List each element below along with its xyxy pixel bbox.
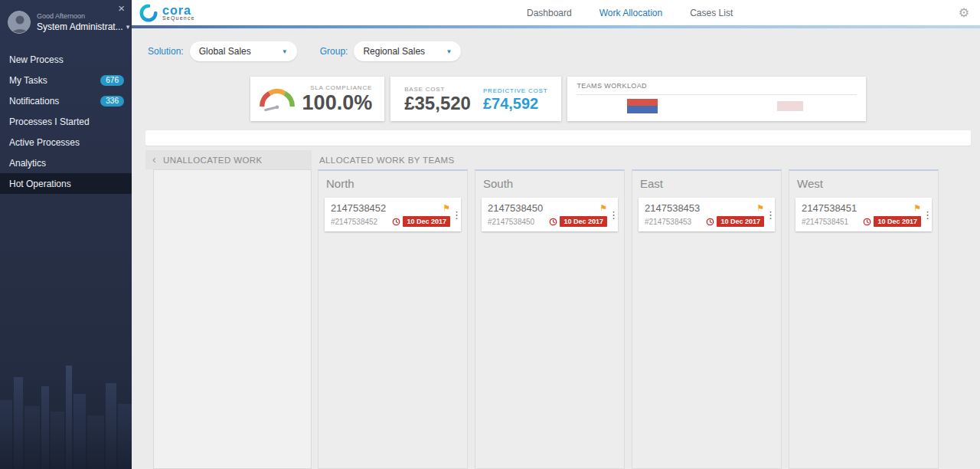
kebab-menu-icon[interactable]: ⋮ — [923, 209, 930, 221]
work-card[interactable]: ⋮ 2147538450 ⚑ #2147538450 10 Dec 2017 — [482, 198, 618, 231]
count-badge: 676 — [100, 75, 124, 86]
unallocated-work-header: ‹ UNALLOCATED WORK — [145, 150, 312, 169]
collapse-chevron-icon[interactable]: ‹ — [152, 154, 156, 165]
case-id: #2147538453 — [645, 218, 706, 226]
caret-down-icon: ▼ — [282, 48, 288, 55]
case-title: 2147538453 — [645, 202, 756, 214]
clock-icon — [392, 218, 400, 226]
team-column-south: South ⋮ 2147538450 ⚑ #2147538450 — [475, 169, 625, 469]
gauge-icon — [256, 84, 298, 113]
solution-dropdown-value: Global Sales — [199, 46, 251, 57]
case-id: #2147538452 — [331, 218, 392, 226]
work-card[interactable]: ⋮ 2147538452 ⚑ #2147538452 10 Dec 2017 — [325, 198, 461, 231]
caret-down-icon: ▼ — [446, 48, 452, 55]
sidebar-item-new-process[interactable]: New Process — [0, 49, 132, 70]
team-column-north: North ⋮ 2147538452 ⚑ #2147538452 — [318, 169, 468, 469]
sla-label: SLA COMPLIANCE — [302, 84, 373, 91]
group-filter: Group: Regional Sales ▼ — [320, 41, 462, 61]
top-nav: Dashboard Work Allocation Cases List — [527, 0, 733, 25]
content: Solution: Global Sales ▼ Group: Regional… — [132, 28, 980, 469]
main-area: cora SeQuence Dashboard Work Allocation … — [132, 0, 980, 469]
sla-kpi: SLA COMPLIANCE 100.0% — [302, 84, 373, 113]
user-text: Good Afternoon System Administrat... ▾ — [37, 12, 129, 32]
case-id: #2147538451 — [802, 218, 863, 226]
team-columns: North ⋮ 2147538452 ⚑ #2147538452 — [318, 169, 939, 469]
unallocated-work-panel: ‹ UNALLOCATED WORK — [145, 150, 312, 469]
sidebar-item-label: My Tasks — [9, 75, 47, 86]
sidebar-item-my-tasks[interactable]: My Tasks 676 — [0, 70, 132, 90]
predictive-cost-label: PREDICTIVE COST — [483, 87, 547, 94]
sidebar-item-hot-operations[interactable]: Hot Operations — [0, 173, 132, 194]
team-column-west: West ⋮ 2147538451 ⚑ #2147538451 — [789, 169, 939, 469]
solution-filter-label: Solution: — [148, 46, 184, 57]
due-date-badge: 10 Dec 2017 — [560, 216, 607, 227]
kebab-menu-icon[interactable]: ⋮ — [452, 209, 459, 221]
clock-icon — [549, 218, 557, 226]
logo-name: cora — [162, 5, 195, 15]
case-title: 2147538450 — [488, 202, 599, 214]
user-name-label: System Administrat... — [37, 21, 123, 32]
due-date-badge: 10 Dec 2017 — [874, 216, 921, 227]
cora-logo-mark — [139, 4, 158, 22]
caret-down-icon: ▾ — [126, 23, 130, 31]
team-name: East — [640, 177, 775, 190]
logo-text: cora SeQuence — [162, 5, 195, 21]
count-badge: 336 — [100, 96, 124, 107]
team-column-east: East ⋮ 2147538453 ⚑ #2147538453 — [632, 169, 782, 469]
nav-dashboard[interactable]: Dashboard — [527, 8, 572, 18]
teams-workload-title: TEAMS WORKLOAD — [577, 82, 857, 90]
flag-icon: ⚑ — [443, 203, 450, 213]
sidebar-item-analytics[interactable]: Analytics — [0, 153, 132, 173]
sidebar-item-active-processes[interactable]: Active Processes — [0, 132, 132, 153]
user-menu[interactable]: Good Afternoon System Administrat... ▾ — [8, 11, 124, 34]
team-name: North — [326, 177, 461, 190]
nav-cases-list[interactable]: Cases List — [690, 8, 733, 18]
base-cost-kpi: BASE COST £35,520 — [404, 86, 471, 113]
team-name: South — [483, 177, 618, 190]
teams-workload-card: TEAMS WORKLOAD — [567, 77, 866, 121]
clock-icon — [863, 218, 871, 226]
logo[interactable]: cora SeQuence — [139, 4, 195, 22]
flag-icon: ⚑ — [756, 203, 764, 213]
case-id: #2147538450 — [488, 218, 549, 226]
unallocated-work-title: UNALLOCATED WORK — [163, 156, 263, 165]
app-root: × Good Afternoon System Administrat... ▾ — [0, 0, 980, 469]
toolbar-strip — [145, 130, 971, 146]
work-area: ‹ UNALLOCATED WORK ALLOCATED WORK BY TEA… — [145, 150, 971, 469]
sla-compliance-card: SLA COMPLIANCE 100.0% — [250, 77, 385, 121]
work-card[interactable]: ⋮ 2147538451 ⚑ #2147538451 10 Dec 2017 — [795, 198, 932, 231]
filter-bar: Solution: Global Sales ▼ Group: Regional… — [145, 41, 971, 61]
nav-work-allocation[interactable]: Work Allocation — [599, 8, 662, 18]
kpi-row: SLA COMPLIANCE 100.0% BASE COST £35,520 … — [145, 77, 971, 121]
sidebar-item-label: New Process — [9, 54, 64, 65]
predictive-cost-kpi: PREDICTIVE COST £74,592 — [483, 87, 547, 111]
cost-card: BASE COST £35,520 PREDICTIVE COST £74,59… — [390, 77, 561, 121]
group-dropdown[interactable]: Regional Sales ▼ — [354, 41, 461, 61]
gear-icon[interactable]: ⚙ — [959, 5, 969, 20]
solution-filter: Solution: Global Sales ▼ — [148, 41, 297, 61]
flag-icon: ⚑ — [599, 203, 607, 213]
sidebar-item-label: Active Processes — [9, 137, 80, 148]
sidebar-item-label: Notifications — [9, 96, 59, 107]
sidebar: × Good Afternoon System Administrat... ▾ — [0, 0, 132, 469]
due-date-badge: 10 Dec 2017 — [403, 216, 450, 227]
base-cost-label: BASE COST — [404, 86, 471, 93]
kebab-menu-icon[interactable]: ⋮ — [766, 209, 773, 221]
avatar — [8, 11, 31, 34]
allocated-work-section: ALLOCATED WORK BY TEAMS North ⋮ 21475384… — [318, 150, 971, 469]
user-panel: Good Afternoon System Administrat... ▾ — [0, 0, 132, 43]
due-date-badge: 10 Dec 2017 — [717, 216, 764, 227]
predictive-cost-value: £74,592 — [483, 96, 547, 111]
work-card[interactable]: ⋮ 2147538453 ⚑ #2147538453 10 Dec 2017 — [639, 198, 775, 231]
sidebar-item-notifications[interactable]: Notifications 336 — [0, 90, 132, 111]
sidebar-menu: New Process My Tasks 676 Notifications 3… — [0, 49, 132, 194]
group-filter-label: Group: — [320, 46, 348, 57]
kebab-menu-icon[interactable]: ⋮ — [609, 209, 616, 221]
top-bar: cora SeQuence Dashboard Work Allocation … — [132, 0, 980, 25]
sidebar-item-processes-i-started[interactable]: Processes I Started — [0, 111, 132, 132]
close-icon[interactable]: × — [118, 2, 125, 14]
clock-icon — [706, 218, 714, 226]
solution-dropdown[interactable]: Global Sales ▼ — [190, 41, 297, 61]
group-dropdown-value: Regional Sales — [363, 46, 425, 57]
base-cost-value: £35,520 — [404, 94, 471, 113]
